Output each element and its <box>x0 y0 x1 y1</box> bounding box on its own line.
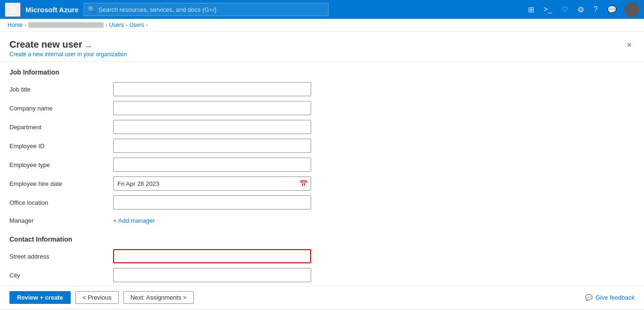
contact-info-section-heading: Contact Information <box>0 229 644 247</box>
panel-ellipsis[interactable]: ... <box>86 41 92 49</box>
department-row: Department <box>0 117 644 136</box>
street-address-field <box>113 249 311 263</box>
breadcrumb-users-1[interactable]: Users <box>109 22 124 28</box>
employee-hire-date-input[interactable] <box>113 176 311 191</box>
company-name-row: Company name <box>0 99 644 117</box>
manager-row: Manager + Add manager <box>0 212 644 229</box>
hamburger-menu-button[interactable]: ☰ <box>5 2 21 17</box>
city-input[interactable] <box>113 268 311 282</box>
form-content: Job Information Job title Company name D… <box>0 62 644 286</box>
employee-type-label: Employee type <box>9 161 113 168</box>
previous-button[interactable]: < Previous <box>75 291 119 304</box>
add-manager-button[interactable]: + Add manager <box>113 217 155 224</box>
city-label: City <box>9 272 113 279</box>
search-input[interactable] <box>99 6 324 13</box>
company-name-label: Company name <box>9 105 113 112</box>
cloud-shell-button[interactable]: >_ <box>540 3 556 16</box>
panel-title-text: Create new user <box>9 39 83 50</box>
company-name-input[interactable] <box>113 101 311 115</box>
feedback-nav-icon-button[interactable]: 💬 <box>603 3 620 16</box>
give-feedback-button[interactable]: 💬 Give feedback <box>585 294 635 301</box>
street-address-row: Street address <box>0 247 644 266</box>
search-icon: 🔍 <box>88 6 96 13</box>
next-assignments-button[interactable]: Next: Assignments > <box>124 291 194 304</box>
breadcrumb: Home › › Users › Users › <box>0 19 644 32</box>
breadcrumb-blurred <box>28 22 104 28</box>
employee-id-input[interactable] <box>113 139 311 153</box>
panel-title: Create new user ... <box>9 39 127 50</box>
manager-label: Manager <box>9 217 113 224</box>
search-bar: 🔍 <box>83 3 329 16</box>
brand-logo: Microsoft Azure <box>25 6 79 14</box>
office-location-label: Office location <box>9 199 113 206</box>
job-info-section-heading: Job Information <box>0 62 644 80</box>
department-input[interactable] <box>113 120 311 134</box>
job-title-input[interactable] <box>113 82 311 96</box>
office-location-input[interactable] <box>113 195 311 209</box>
calendar-icon[interactable]: 📅 <box>299 180 307 187</box>
breadcrumb-sep-2: › <box>106 22 107 28</box>
breadcrumb-sep-4: › <box>146 22 148 28</box>
gear-icon-button[interactable]: ⚙ <box>574 3 588 16</box>
main-container: Create new user ... Create a new interna… <box>0 32 644 309</box>
breadcrumb-sep-3: › <box>126 22 128 28</box>
breadcrumb-home[interactable]: Home <box>8 22 23 28</box>
employee-hire-date-field: 📅 <box>113 176 311 191</box>
office-location-row: Office location <box>0 193 644 212</box>
job-title-label: Job title <box>9 86 113 93</box>
street-address-input[interactable] <box>113 249 311 263</box>
job-title-row: Job title <box>0 80 644 99</box>
office-location-field <box>113 195 311 209</box>
panel-header: Create new user ... Create a new interna… <box>0 32 644 62</box>
city-row: City <box>0 266 644 285</box>
department-label: Department <box>9 124 113 131</box>
top-navigation: ☰ Microsoft Azure 🔍 ⊞ >_ ♡ ⚙ ? 💬 <box>0 0 644 19</box>
employee-id-row: Employee ID <box>0 136 644 155</box>
employee-hire-date-label: Employee hire date <box>9 180 113 187</box>
give-feedback-label: Give feedback <box>595 294 635 301</box>
street-address-label: Street address <box>9 253 113 260</box>
date-input-wrapper: 📅 <box>113 176 311 191</box>
action-bar: Review + create < Previous Next: Assignm… <box>0 286 644 309</box>
employee-id-field <box>113 139 311 153</box>
employee-type-field <box>113 158 311 172</box>
employee-id-label: Employee ID <box>9 142 113 150</box>
panel-title-area: Create new user ... Create a new interna… <box>9 39 127 58</box>
panel-subtitle: Create a new internal user in your organ… <box>9 51 127 58</box>
avatar[interactable] <box>624 2 639 17</box>
company-name-field <box>113 101 311 115</box>
bell-icon-button[interactable]: ♡ <box>558 3 572 16</box>
close-button[interactable]: × <box>624 39 635 51</box>
employee-type-input[interactable] <box>113 158 311 172</box>
city-field <box>113 268 311 282</box>
department-field <box>113 120 311 134</box>
review-create-button[interactable]: Review + create <box>9 291 71 304</box>
breadcrumb-sep-1: › <box>25 22 26 28</box>
manager-field: + Add manager <box>113 217 311 224</box>
nav-icons: ⊞ >_ ♡ ⚙ ? 💬 <box>524 2 639 17</box>
employee-type-row: Employee type <box>0 155 644 174</box>
employee-hire-date-row: Employee hire date 📅 <box>0 174 644 193</box>
grid-icon-button[interactable]: ⊞ <box>524 3 538 16</box>
job-title-field <box>113 82 311 96</box>
feedback-icon: 💬 <box>585 294 593 301</box>
help-icon-button[interactable]: ? <box>590 3 602 16</box>
breadcrumb-users-2[interactable]: Users <box>129 22 144 28</box>
